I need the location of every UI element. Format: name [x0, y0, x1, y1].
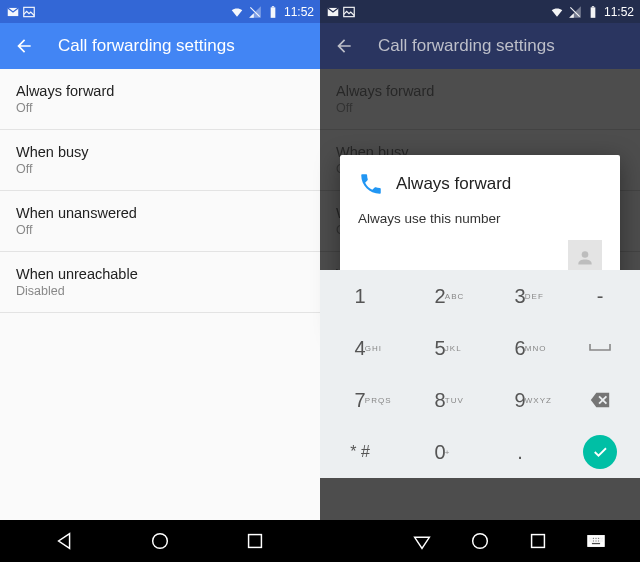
battery-icon: [266, 5, 280, 19]
wifi-icon: [230, 5, 244, 19]
wifi-icon: [550, 5, 564, 19]
nav-home-icon[interactable]: [149, 530, 171, 552]
svg-rect-20: [601, 537, 603, 539]
settings-list-dimmed: Always forward Off When busy Off When un…: [320, 69, 640, 520]
svg-rect-4: [272, 6, 274, 7]
dialog-subtitle: Always use this number: [358, 211, 602, 226]
svg-rect-14: [532, 535, 545, 548]
image-icon: [342, 5, 356, 19]
key-5[interactable]: 5JKL: [400, 322, 480, 374]
screen-dialog: 11:52 Call forwarding settings Always fo…: [320, 0, 640, 562]
gmail-icon: [6, 5, 20, 19]
item-always-forward[interactable]: Always forward Off: [0, 69, 320, 130]
svg-point-5: [153, 534, 168, 549]
pick-contact-button[interactable]: [568, 240, 602, 274]
svg-rect-19: [598, 537, 600, 539]
numeric-keypad: 1 2ABC 3DEF - 4GHI 5JKL 6MNO 7PRQS 8TUV …: [320, 270, 640, 478]
nav-back-icon[interactable]: [411, 530, 433, 552]
key-2[interactable]: 2ABC: [400, 270, 480, 322]
key-period[interactable]: .: [480, 426, 560, 478]
space-icon: [588, 342, 612, 354]
key-8[interactable]: 8TUV: [400, 374, 480, 426]
svg-rect-25: [601, 540, 603, 542]
svg-rect-22: [592, 540, 594, 542]
key-4[interactable]: 4GHI: [320, 322, 400, 374]
svg-rect-23: [595, 540, 597, 542]
app-bar: Call forwarding settings: [320, 23, 640, 69]
key-1[interactable]: 1: [320, 270, 400, 322]
svg-point-13: [473, 534, 488, 549]
svg-rect-26: [591, 543, 600, 545]
nav-bar: [320, 520, 640, 562]
status-bar: 11:52: [0, 0, 320, 23]
image-icon: [22, 5, 36, 19]
key-9[interactable]: 9WXYZ: [480, 374, 560, 426]
svg-rect-24: [598, 540, 600, 542]
item-when-unanswered[interactable]: When unanswered Off: [0, 191, 320, 252]
nav-home-icon[interactable]: [469, 530, 491, 552]
app-bar: Call forwarding settings: [0, 23, 320, 69]
status-time: 11:52: [604, 5, 634, 19]
key-dash[interactable]: -: [560, 270, 640, 322]
nav-recent-icon[interactable]: [244, 530, 266, 552]
status-bar: 11:52: [320, 0, 640, 23]
battery-icon: [586, 5, 600, 19]
key-symbols[interactable]: * #: [320, 426, 400, 478]
phone-icon: [358, 171, 384, 197]
item-when-busy[interactable]: When busy Off: [0, 130, 320, 191]
svg-rect-21: [590, 540, 592, 542]
back-icon[interactable]: [14, 36, 34, 56]
svg-rect-17: [592, 537, 594, 539]
key-space[interactable]: [560, 322, 640, 374]
page-title: Call forwarding settings: [58, 36, 235, 56]
backspace-icon: [589, 389, 611, 411]
check-icon: [591, 443, 609, 461]
back-icon[interactable]: [334, 36, 354, 56]
svg-point-12: [582, 251, 589, 258]
key-backspace[interactable]: [560, 374, 640, 426]
dialog-title: Always forward: [396, 174, 511, 194]
key-6[interactable]: 6MNO: [480, 322, 560, 374]
settings-list: Always forward Off When busy Off When un…: [0, 69, 320, 520]
svg-rect-6: [248, 535, 261, 548]
svg-rect-18: [595, 537, 597, 539]
gmail-icon: [326, 5, 340, 19]
key-confirm[interactable]: [560, 426, 640, 478]
nav-bar: [0, 520, 320, 562]
svg-rect-3: [271, 7, 276, 17]
item-when-unreachable[interactable]: When unreachable Disabled: [0, 252, 320, 313]
signal-icon: [568, 5, 582, 19]
svg-rect-16: [590, 537, 592, 539]
svg-rect-11: [592, 6, 594, 7]
key-7[interactable]: 7PRQS: [320, 374, 400, 426]
nav-keyboard-icon[interactable]: [585, 530, 607, 552]
page-title: Call forwarding settings: [378, 36, 555, 56]
screen-settings: 11:52 Call forwarding settings Always fo…: [0, 0, 320, 562]
svg-rect-10: [591, 7, 596, 17]
nav-recent-icon[interactable]: [527, 530, 549, 552]
key-3[interactable]: 3DEF: [480, 270, 560, 322]
signal-icon: [248, 5, 262, 19]
status-time: 11:52: [284, 5, 314, 19]
contact-icon: [575, 247, 595, 267]
key-0[interactable]: 0+: [400, 426, 480, 478]
nav-back-icon[interactable]: [54, 530, 76, 552]
